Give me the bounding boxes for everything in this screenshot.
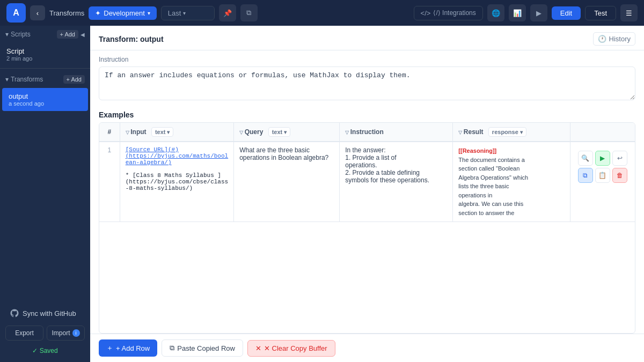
chart-button[interactable]: 📊 xyxy=(509,4,526,21)
test-button[interactable]: Test xyxy=(585,6,616,20)
github-sync-button[interactable]: Sync with GitHub xyxy=(5,305,85,321)
add-transform-button[interactable]: + Add xyxy=(63,75,85,84)
chevron-down-icon: ▾ xyxy=(520,129,523,135)
run-row-button[interactable]: ▶ xyxy=(595,151,610,166)
col-header-query: ▽ Query text ▾ xyxy=(234,123,340,142)
paste-copied-row-button[interactable]: ⧉ Paste Copied Row xyxy=(162,339,243,357)
play-icon: ▶ xyxy=(536,9,541,17)
paste-row-button[interactable]: 📋 xyxy=(595,168,610,183)
paste-icon: 📋 xyxy=(598,172,606,179)
revert-row-button[interactable]: ↩ xyxy=(612,151,627,166)
filter-icon: ▽ xyxy=(345,130,350,135)
data-table: # ▽ Input text ▾ xyxy=(99,123,635,222)
collapse-scripts-icon[interactable]: ◀ xyxy=(80,32,85,38)
transforms-toggle[interactable]: ▾ Transforms xyxy=(5,76,43,83)
examples-section: Examples # ▽ Input text ▾ xyxy=(90,107,644,334)
examples-table[interactable]: # ▽ Input text ▾ xyxy=(99,122,635,334)
export-button[interactable]: Export xyxy=(5,326,43,341)
copy-row-button[interactable]: ⧉ xyxy=(578,168,593,183)
main-content: Transform: output 🕐 History Instruction … xyxy=(90,26,644,362)
clipboard-icon: ⧉ xyxy=(170,344,174,352)
plus-icon: ＋ xyxy=(106,343,113,353)
trash-icon: 🗑 xyxy=(617,172,623,179)
pin-icon: 📌 xyxy=(223,9,232,17)
hamburger-icon: ☰ xyxy=(626,9,632,17)
x-icon: ✕ xyxy=(255,344,261,352)
query-filter-dropdown[interactable]: text ▾ xyxy=(268,128,291,136)
main-footer: ＋ + Add Row ⧉ Paste Copied Row ✕ ✕ Clear… xyxy=(90,334,644,362)
cell-instruction: In the answer: 1. Provide a list ofopera… xyxy=(340,142,453,222)
filter-icon: ▽ xyxy=(239,130,245,135)
info-icon: i xyxy=(72,329,80,337)
chevron-down-icon: ▾ xyxy=(5,76,9,83)
chart-icon: 📊 xyxy=(513,9,522,17)
chevron-left-icon: ‹ xyxy=(36,9,39,17)
filter-icon: ▽ xyxy=(126,130,131,135)
input-filter-dropdown[interactable]: text ▾ xyxy=(151,128,174,136)
sidebar: ▾ Scripts + Add ◀ Script 2 min ago ▾ Tra… xyxy=(0,26,90,362)
history-button[interactable]: 🕐 History xyxy=(593,32,635,46)
cell-input: [Source URL](#) (https://byjus.com/maths… xyxy=(120,142,233,222)
integrations-button[interactable]: </> ⟨/⟩ Integrations xyxy=(414,6,483,20)
delete-row-button[interactable]: 🗑 xyxy=(612,168,627,183)
cell-num: 1 xyxy=(99,142,120,222)
filter-icon: ▽ xyxy=(458,130,464,135)
import-button[interactable]: Import i xyxy=(47,326,85,341)
examples-label: Examples xyxy=(99,107,635,122)
col-header-instruction: ▽ Instruction xyxy=(340,123,453,142)
github-icon xyxy=(10,308,19,318)
transform-title: Transform: output xyxy=(99,35,164,43)
cell-actions: 🔍 ▶ ↩ xyxy=(570,142,635,222)
logo-button[interactable]: A xyxy=(6,3,26,23)
copy-icon: ⧉ xyxy=(246,9,251,17)
cell-result: [[Reasoning]] The document contains a se… xyxy=(453,142,570,222)
table-row: 1 [Source URL](#) (https://byjus.com/mat… xyxy=(99,142,635,222)
play-icon: ▶ xyxy=(600,154,605,162)
menu-button[interactable]: ☰ xyxy=(620,4,638,21)
col-header-result: ▽ Result response ▾ xyxy=(453,123,570,142)
undo-icon: ↩ xyxy=(617,154,623,162)
result-filter-dropdown[interactable]: response ▾ xyxy=(488,128,526,136)
cell-query: What are the three basicoperations in Bo… xyxy=(234,142,340,222)
integrations-icon: </> xyxy=(421,9,431,17)
chevron-down-icon: ▾ xyxy=(148,10,150,16)
chevron-down-icon: ▾ xyxy=(183,10,186,16)
sidebar-divider xyxy=(0,68,90,69)
chevron-down-icon: ▾ xyxy=(167,129,170,135)
instruction-section: Instruction If an answer includes equati… xyxy=(90,50,644,107)
play-button[interactable]: ▶ xyxy=(530,4,547,21)
back-button[interactable]: ‹ xyxy=(30,5,45,20)
col-header-actions xyxy=(570,123,635,142)
copy-icon: ⧉ xyxy=(583,172,588,179)
copy-button[interactable]: ⧉ xyxy=(240,4,258,21)
chevron-down-icon: ▾ xyxy=(5,31,9,38)
chevron-down-icon: ▾ xyxy=(284,129,287,135)
topnav: A ‹ Transforms ✦ Development ▾ Last ▾ 📌 … xyxy=(0,0,644,26)
export-import-row: Export Import i xyxy=(5,326,85,341)
wand-icon: ✦ xyxy=(95,9,101,17)
app-layout: ▾ Scripts + Add ◀ Script 2 min ago ▾ Tra… xyxy=(0,26,644,362)
instruction-label: Instruction xyxy=(99,56,635,63)
transforms-section-header: ▾ Transforms + Add xyxy=(0,71,90,88)
dev-dropdown[interactable]: ✦ Development ▾ xyxy=(89,6,157,20)
clear-copy-buffer-button[interactable]: ✕ ✕ Clear Copy Buffer xyxy=(247,340,335,357)
globe-icon: 🌐 xyxy=(492,9,500,17)
saved-status: ✓ Saved xyxy=(5,345,85,357)
edit-button[interactable]: Edit xyxy=(552,6,581,20)
last-dropdown[interactable]: Last ▾ xyxy=(161,6,215,20)
globe-button[interactable]: 🌐 xyxy=(487,4,504,21)
col-header-num: # xyxy=(99,123,120,142)
main-header: Transform: output 🕐 History xyxy=(90,26,644,50)
col-header-input: ▽ Input text ▾ xyxy=(120,123,233,142)
sidebar-item-script[interactable]: Script 2 min ago xyxy=(0,43,90,66)
search-row-button[interactable]: 🔍 xyxy=(578,151,593,166)
add-script-button[interactable]: + Add xyxy=(57,30,78,39)
scripts-section-header: ▾ Scripts + Add ◀ xyxy=(0,26,90,43)
search-icon: 🔍 xyxy=(581,154,589,162)
pin-button[interactable]: 📌 xyxy=(219,4,236,21)
scripts-toggle[interactable]: ▾ Scripts xyxy=(5,31,31,38)
sidebar-bottom: Sync with GitHub Export Import i ✓ Saved xyxy=(0,300,90,362)
add-row-button[interactable]: ＋ + Add Row xyxy=(99,339,157,357)
instruction-textarea[interactable]: If an answer includes equations or formu… xyxy=(99,67,635,100)
sidebar-item-output[interactable]: output a second ago xyxy=(2,88,88,111)
